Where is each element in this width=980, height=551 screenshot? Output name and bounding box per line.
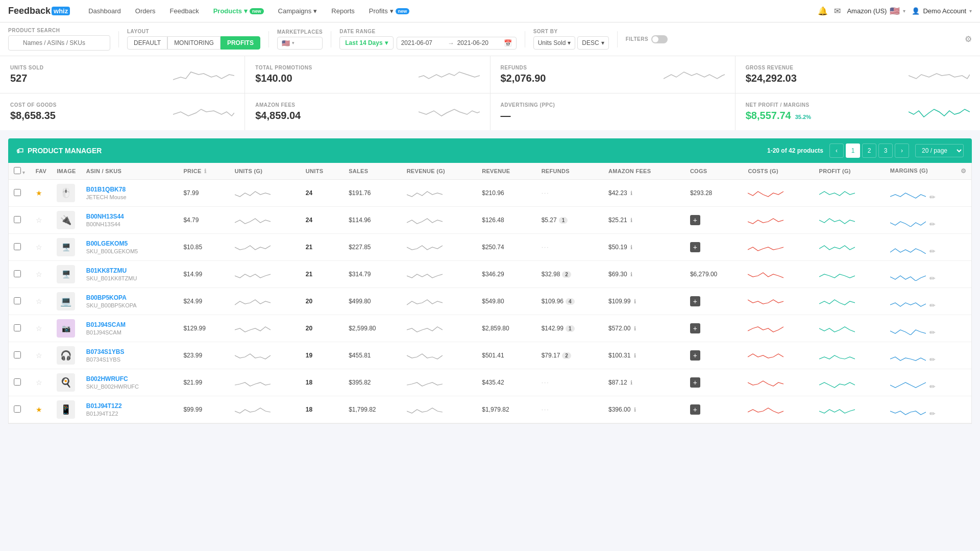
row-8-fees-info[interactable]: ℹ [630, 379, 632, 386]
filters-toggle-switch[interactable] [651, 35, 668, 43]
prev-page-button[interactable]: ‹ [829, 143, 844, 158]
nav-feedback[interactable]: Feedback [164, 4, 205, 18]
nav-products[interactable]: Products ▾ new [207, 4, 270, 18]
row-4-star[interactable]: ☆ [36, 270, 42, 278]
th-price[interactable]: PRICE ℹ [178, 163, 229, 180]
marketplace-flag-selector[interactable]: 🇺🇸 ▾ [277, 37, 323, 50]
row-6-checkbox[interactable] [14, 324, 21, 331]
row-1-star[interactable]: ★ [36, 189, 42, 197]
th-sales[interactable]: SALES [344, 163, 402, 180]
row-7-edit-icon[interactable]: ✏ [929, 355, 936, 364]
row-2-plus-btn[interactable]: + [690, 215, 700, 225]
row-4-fees-info[interactable]: ℹ [630, 271, 632, 277]
select-all-checkbox[interactable] [14, 167, 21, 174]
date-to-input[interactable] [457, 39, 501, 46]
th-revenue[interactable]: REVENUE [477, 163, 536, 180]
row-5-star[interactable]: ☆ [36, 297, 42, 305]
nav-reports[interactable]: Reports [325, 4, 361, 18]
page-1-button[interactable]: 1 [846, 143, 860, 158]
date-range-preset-button[interactable]: Last 14 Days ▾ [339, 36, 393, 50]
row-2-fees-info[interactable]: ℹ [630, 217, 632, 223]
calendar-icon[interactable]: 📅 [504, 39, 512, 47]
row-1-checkbox[interactable] [14, 189, 21, 196]
row-5-fees-info[interactable]: ℹ [634, 298, 636, 304]
row-3-edit-icon[interactable]: ✏ [929, 247, 936, 255]
row-9-edit-icon[interactable]: ✏ [929, 410, 936, 418]
account-menu[interactable]: 👤 Demo Account ▾ [912, 7, 972, 15]
th-units-g[interactable]: UNITS (G) [230, 163, 301, 180]
row-9-asin-link[interactable]: B01J94T1Z2 [86, 402, 174, 410]
sort-all-chevron[interactable]: ▾ [22, 170, 25, 175]
row-2-edit-icon[interactable]: ✏ [929, 220, 936, 228]
layout-monitoring-button[interactable]: MONITORING [167, 36, 220, 50]
row-8-asin-link[interactable]: B002HWRUFC [86, 375, 174, 382]
row-6-fees-info[interactable]: ℹ [634, 325, 636, 331]
row-8-edit-icon[interactable]: ✏ [929, 382, 936, 391]
row-7-checkbox[interactable] [14, 351, 21, 358]
row-8-checkbox[interactable] [14, 378, 21, 386]
th-amazon-fees[interactable]: AMAZON FEES [603, 163, 685, 180]
row-4-checkbox[interactable] [14, 270, 21, 277]
search-input[interactable] [8, 35, 110, 51]
page-2-button[interactable]: 2 [862, 143, 876, 158]
row-8-star[interactable]: ☆ [36, 378, 42, 387]
row-5-checkbox[interactable] [14, 297, 21, 304]
row-6-edit-icon[interactable]: ✏ [929, 328, 936, 337]
th-profit-g[interactable]: PROFIT (G) [814, 163, 885, 180]
row-5-edit-icon[interactable]: ✏ [929, 301, 936, 309]
next-page-button[interactable]: › [895, 143, 909, 158]
row-5-asin-link[interactable]: B00BP5KOPA [86, 294, 174, 301]
th-units[interactable]: UNITS [301, 163, 344, 180]
row-7-fees-info[interactable]: ℹ [634, 352, 636, 358]
per-page-select[interactable]: 20 / page 50 / page 100 / page [915, 144, 964, 157]
row-8-plus-btn[interactable]: + [690, 377, 700, 388]
th-refunds[interactable]: REFUNDS [536, 163, 603, 180]
row-3-fees-info[interactable]: ℹ [630, 244, 632, 250]
settings-col-icon[interactable]: ⚙ [961, 167, 966, 175]
marketplace-selector[interactable]: Amazon (US) 🇺🇸 ▾ [847, 6, 905, 16]
row-7-plus-btn[interactable]: + [690, 350, 700, 361]
row-3-checkbox[interactable] [14, 243, 21, 250]
nav-dashboard[interactable]: Dashboard [82, 4, 127, 18]
row-3-asin-link[interactable]: B00LGEKOM5 [86, 240, 174, 247]
row-1-edit-icon[interactable]: ✏ [929, 193, 936, 201]
row-9-checkbox[interactable] [14, 405, 21, 413]
row-4-edit-icon[interactable]: ✏ [929, 274, 936, 282]
row-6-asin-link[interactable]: B01J94SCAM [86, 321, 174, 328]
row-2-star[interactable]: ☆ [36, 216, 42, 224]
row-7-star[interactable]: ☆ [36, 351, 42, 360]
row-3-star[interactable]: ☆ [36, 243, 42, 251]
brand-logo[interactable]: Feedback whiz [8, 6, 70, 16]
row-4-asin-link[interactable]: B01KK8TZMU [86, 267, 174, 274]
row-6-plus-btn[interactable]: + [690, 323, 700, 333]
row-1-asin-link[interactable]: B01B1QBK78 [86, 186, 174, 193]
layout-profits-button[interactable]: PROFITS [220, 36, 260, 50]
th-cogs[interactable]: COGS [685, 163, 743, 180]
nav-profits[interactable]: Profits ▾ new [363, 4, 415, 18]
sort-field-select[interactable]: Units Sold ▾ [533, 36, 576, 50]
row-6-star[interactable]: ☆ [36, 324, 42, 332]
row-7-asin-link[interactable]: B0734S1YBS [86, 348, 174, 355]
row-9-plus-btn[interactable]: + [690, 404, 700, 415]
row-1-fees-info[interactable]: ℹ [630, 190, 632, 196]
row-9-fees-info[interactable]: ℹ [634, 406, 636, 413]
th-margins-g[interactable]: MARGINS (G) ⚙ [885, 163, 971, 180]
settings-gear-icon[interactable]: ⚙ [965, 34, 972, 44]
date-from-input[interactable] [401, 39, 445, 46]
th-revenue-g[interactable]: REVENUE (G) [402, 163, 477, 180]
row-3-plus-btn[interactable]: + [690, 242, 700, 252]
row-9-star[interactable]: ★ [36, 405, 42, 414]
row-5-plus-btn[interactable]: + [690, 296, 700, 306]
page-3-button[interactable]: 3 [878, 143, 893, 158]
nav-campaigns[interactable]: Campaigns ▾ [272, 4, 324, 18]
nav-orders[interactable]: Orders [129, 4, 162, 18]
table-row: ☆ 🍳 B002HWRUFC SKU_B002HWRUFC $21.99 18 … [9, 369, 971, 396]
notifications-icon[interactable]: 🔔 [818, 6, 828, 16]
row-2-checkbox[interactable] [14, 216, 21, 223]
price-info-icon[interactable]: ℹ [204, 168, 206, 174]
layout-default-button[interactable]: DEFAULT [127, 36, 167, 50]
row-2-asin-link[interactable]: B00NH13S44 [86, 213, 174, 220]
messages-icon[interactable]: ✉ [834, 6, 841, 16]
sort-order-select[interactable]: DESC ▾ [577, 36, 608, 50]
th-costs-g[interactable]: COSTS (G) [743, 163, 814, 180]
